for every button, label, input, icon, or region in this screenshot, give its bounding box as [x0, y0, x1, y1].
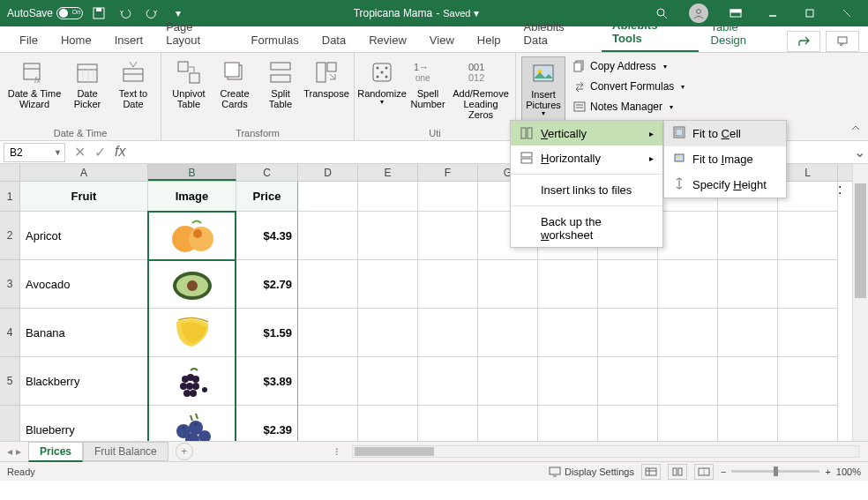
cell-price[interactable]: $4.39 — [236, 212, 298, 260]
tab-review[interactable]: Review — [358, 28, 417, 52]
zoom-level[interactable]: 100% — [836, 466, 861, 477]
svg-text:001: 001 — [468, 62, 484, 72]
date-picker-button[interactable]: Date Picker — [65, 56, 109, 126]
zoom-slider[interactable] — [731, 470, 819, 473]
page-layout-view-button[interactable] — [668, 464, 687, 480]
cell-fruit[interactable]: Blueberry — [20, 406, 148, 441]
randomize-button[interactable]: Randomize▾ — [360, 56, 404, 126]
row-header-1[interactable]: 1 — [0, 182, 19, 212]
tab-file[interactable]: File — [9, 28, 49, 52]
normal-view-button[interactable] — [641, 464, 661, 480]
collapse-ribbon-icon[interactable] — [850, 121, 861, 137]
cell-price[interactable]: $2.79 — [236, 260, 298, 309]
title-dropdown-icon[interactable]: ▾ — [474, 7, 479, 19]
comments-button[interactable] — [826, 31, 859, 52]
convert-formulas-button[interactable]: Convert Formulas▾ — [567, 77, 690, 96]
cell-image[interactable] — [148, 260, 236, 309]
cell-c1[interactable]: Price — [236, 182, 298, 212]
tab-ablebits-data[interactable]: Ablebits Data — [513, 15, 601, 52]
split-table-button[interactable]: Split Table — [258, 56, 303, 126]
col-header-a[interactable]: A — [20, 164, 148, 181]
expand-formula-bar-icon[interactable]: ⌄ — [850, 144, 868, 160]
banana-image — [165, 311, 220, 354]
maximize-button[interactable] — [792, 0, 827, 26]
cancel-formula-icon[interactable]: ✕ — [74, 144, 86, 160]
tab-page-layout[interactable]: Page Layout — [155, 15, 238, 52]
col-header-e[interactable]: E — [358, 164, 418, 181]
zoom-in-button[interactable]: + — [825, 466, 830, 477]
page-break-view-button[interactable] — [694, 464, 714, 480]
menu-specify-height[interactable]: Specify Height — [664, 172, 786, 198]
spell-number-button[interactable]: 1→oneSpell Number — [406, 56, 450, 126]
save-icon[interactable] — [88, 3, 109, 24]
horizontal-scrollbar[interactable] — [352, 445, 859, 458]
share-button[interactable] — [787, 31, 820, 52]
leading-zeros-button[interactable]: 001012Add/Remove Leading Zeros — [452, 56, 510, 126]
chevron-down-icon[interactable]: ▼ — [54, 148, 62, 157]
svg-rect-25 — [225, 63, 239, 77]
col-header-d[interactable]: D — [298, 164, 358, 181]
cell-fruit[interactable]: Blackberry — [20, 357, 148, 406]
tab-ablebits-tools[interactable]: Ablebits Tools — [602, 13, 698, 52]
undo-icon[interactable] — [115, 3, 136, 24]
tab-data[interactable]: Data — [311, 28, 356, 52]
row-header-5[interactable]: 5 — [0, 357, 19, 406]
cell-fruit[interactable]: Avocado — [20, 260, 148, 309]
zoom-out-button[interactable]: − — [721, 466, 726, 477]
tab-insert[interactable]: Insert — [104, 28, 154, 52]
copy-address-button[interactable]: Copy Address▾ — [567, 56, 690, 76]
vertical-scrollbar[interactable] — [852, 164, 868, 441]
sheet-tab-prices[interactable]: Prices — [28, 442, 83, 462]
cell-image[interactable] — [148, 212, 236, 260]
cell-price[interactable]: $1.59 — [236, 309, 298, 357]
menu-backup[interactable]: Back up the worksheet — [511, 210, 662, 247]
cell-image[interactable] — [148, 406, 236, 441]
tab-help[interactable]: Help — [467, 28, 512, 52]
cell-a1[interactable]: Fruit — [20, 182, 148, 212]
tab-formulas[interactable]: Formulas — [241, 28, 310, 52]
scrollbar-thumb[interactable] — [355, 447, 434, 456]
menu-fit-to-cell[interactable]: Fit to Cell — [664, 121, 786, 146]
col-header-f[interactable]: F — [418, 164, 478, 181]
row-header-2[interactable]: 2 — [0, 212, 19, 260]
autosave-toggle[interactable]: On — [56, 7, 83, 19]
accept-formula-icon[interactable]: ✓ — [94, 144, 106, 160]
autosave-control[interactable]: AutoSave On — [7, 7, 83, 19]
notes-manager-button[interactable]: Notes Manager▾ — [567, 97, 690, 116]
scrollbar-thumb[interactable] — [855, 183, 866, 298]
display-settings-button[interactable]: Display Settings — [549, 466, 634, 477]
sheet-nav-next-icon[interactable]: ▸ — [16, 445, 21, 458]
menu-horizontally[interactable]: Horizontally▸ — [511, 146, 662, 170]
col-header-l[interactable]: L — [778, 164, 838, 181]
cell-fruit[interactable]: Apricot — [20, 212, 148, 260]
select-all-corner[interactable] — [0, 164, 20, 182]
transpose-button[interactable]: Transpose — [304, 56, 348, 126]
cell-image[interactable] — [148, 357, 236, 406]
row-header-3[interactable]: 3 — [0, 260, 19, 309]
cells-area[interactable]: Fruit Image Price : Apricot $4.39 Avocad… — [20, 182, 852, 441]
cell-fruit[interactable]: Banana — [20, 309, 148, 357]
cell-price[interactable]: $3.89 — [236, 357, 298, 406]
name-box[interactable]: B2▼ — [4, 143, 65, 162]
text-to-date-button[interactable]: Text to Date — [111, 56, 155, 126]
sheet-tab-fruit-balance[interactable]: Fruit Balance — [83, 442, 168, 461]
date-time-wizard-button[interactable]: fxDate & Time Wizard — [5, 56, 64, 126]
col-header-c[interactable]: C — [236, 164, 298, 181]
sheet-nav-prev-icon[interactable]: ◂ — [7, 445, 12, 458]
cell-image[interactable] — [148, 309, 236, 357]
create-cards-button[interactable]: Create Cards — [213, 56, 257, 126]
col-header-b[interactable]: B — [148, 164, 236, 181]
tab-table-design[interactable]: Table Design — [700, 15, 785, 52]
add-sheet-button[interactable]: + — [176, 443, 193, 460]
tab-home[interactable]: Home — [50, 28, 102, 52]
menu-insert-links[interactable]: Insert links to files — [511, 178, 662, 202]
cell-price[interactable]: $2.39 — [236, 406, 298, 441]
cell-b1[interactable]: Image — [148, 182, 236, 212]
unpivot-table-button[interactable]: Unpivot Table — [167, 56, 211, 126]
menu-vertically[interactable]: Vertically▸ — [511, 121, 662, 146]
row-header-4[interactable]: 4 — [0, 309, 19, 357]
fx-icon[interactable]: fx — [115, 144, 125, 160]
tab-view[interactable]: View — [419, 28, 465, 52]
menu-fit-to-image[interactable]: Fit to Image — [664, 146, 786, 172]
close-button[interactable] — [829, 0, 864, 26]
